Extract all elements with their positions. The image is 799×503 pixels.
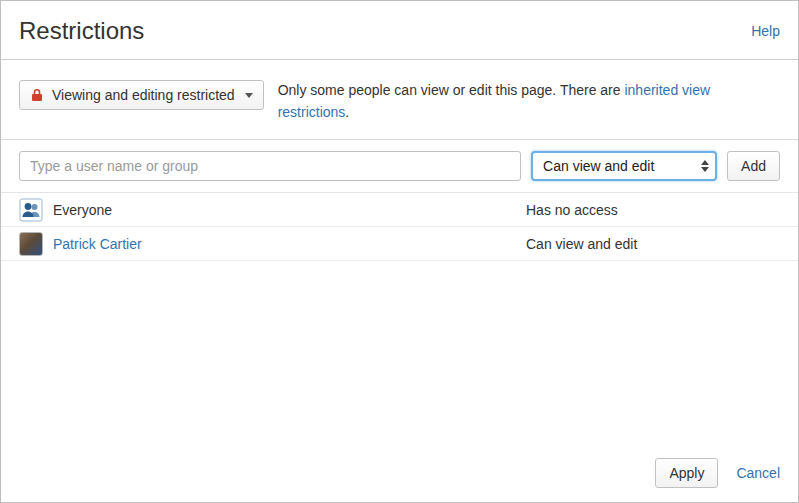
restriction-description: Only some people can view or edit this p… [278, 80, 748, 123]
restriction-dropdown-button[interactable]: Viewing and editing restricted [19, 80, 264, 110]
access-level: Can view and edit [526, 236, 780, 252]
dialog-footer: Apply Cancel [655, 458, 780, 488]
dialog-header: Restrictions Help [1, 1, 798, 60]
description-text-before: Only some people can view or edit this p… [278, 82, 625, 98]
restriction-dropdown-label: Viewing and editing restricted [52, 87, 235, 103]
apply-button[interactable]: Apply [655, 458, 718, 488]
user-avatar [19, 232, 43, 256]
restriction-list: Everyone Has no access Patrick Cartier C… [1, 192, 798, 261]
table-row: Everyone Has no access [1, 193, 798, 227]
access-level: Has no access [526, 202, 780, 218]
entity-cell: Patrick Cartier [19, 232, 526, 256]
user-or-group-input[interactable] [19, 151, 521, 181]
table-row: Patrick Cartier Can view and edit [1, 227, 798, 261]
permission-select[interactable]: Can view and edit [531, 151, 717, 181]
permission-select-value: Can view and edit [543, 158, 654, 174]
description-text-after: . [345, 104, 349, 120]
add-restriction-row: Can view and edit Add [1, 139, 798, 192]
entity-cell: Everyone [19, 198, 526, 222]
cancel-link[interactable]: Cancel [736, 465, 780, 481]
select-updown-icon [693, 160, 709, 172]
red-lock-icon [30, 88, 44, 102]
restrictions-dialog: Restrictions Help Viewing and editing re… [0, 0, 799, 503]
group-people-icon [19, 198, 43, 222]
entity-name: Everyone [53, 202, 112, 218]
chevron-down-icon [245, 93, 253, 98]
add-button[interactable]: Add [727, 151, 780, 181]
restriction-summary: Viewing and editing restricted Only some… [1, 60, 798, 139]
help-link[interactable]: Help [751, 23, 780, 39]
user-profile-link[interactable]: Patrick Cartier [53, 236, 142, 252]
page-title: Restrictions [19, 17, 144, 45]
